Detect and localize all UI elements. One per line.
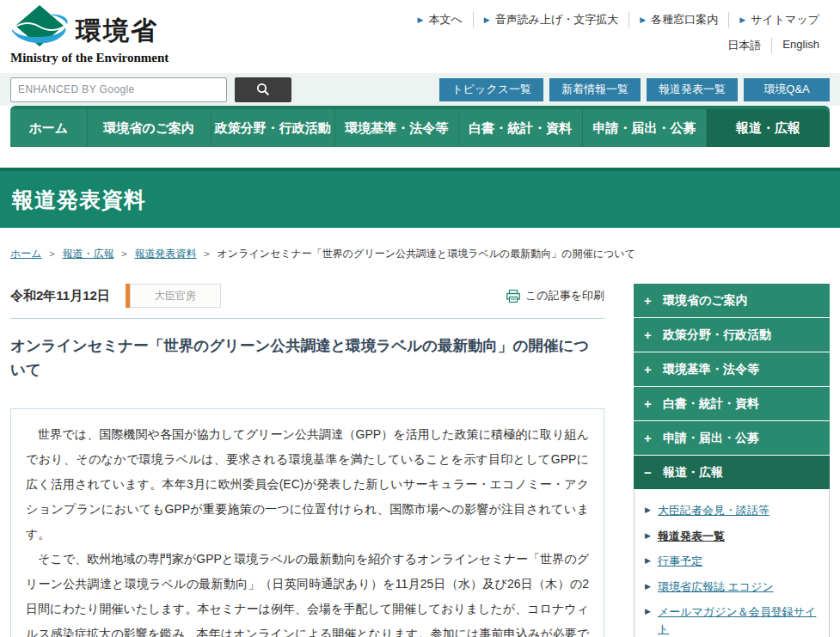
submenu-minister-press-conference[interactable]: ▶大臣記者会見・談話等 (645, 502, 820, 519)
lang-english[interactable]: English (771, 38, 830, 53)
submenu-link: 大臣記者会見・談話等 (658, 502, 769, 519)
sidebar-item-whitepaper-stats[interactable]: + 白書・統計・資料 (634, 387, 830, 420)
utility-link-label: サイトマップ (751, 12, 819, 28)
submenu-press-release-list[interactable]: ▶報道発表一覧 (645, 528, 820, 545)
submenu-link: 環境省広報誌 エコジン (658, 579, 774, 596)
sidebar-item-label: 環境省のご案内 (663, 293, 748, 309)
sidebar-submenu: ▶大臣記者会見・談話等 ▶報道発表一覧 ▶行事予定 ▶環境省広報誌 エコジン ▶… (634, 490, 830, 637)
submenu-event-schedule[interactable]: ▶行事予定 (645, 553, 820, 570)
breadcrumb-current: オンラインセミナー「世界のグリーン公共調達と環境ラベルの最新動向」の開催について (218, 248, 635, 260)
lang-japanese[interactable]: 日本語 (717, 38, 771, 53)
triangle-icon: ▶ (645, 502, 651, 519)
sidebar-item-about-ministry[interactable]: + 環境省のご案内 (634, 284, 830, 317)
sidebar-item-policy-activities[interactable]: + 政策分野・行政活動 (634, 318, 830, 352)
global-nav: ホーム 環境省のご案内 政策分野・行政活動 環境基準・法令等 白書・統計・資料 … (10, 106, 830, 147)
breadcrumb-home[interactable]: ホーム (10, 248, 42, 260)
submenu-pr-magazine-ecojin[interactable]: ▶環境省広報誌 エコジン (645, 579, 820, 596)
breadcrumb: ホーム＞報道・広報＞報道発表資料＞オンラインセミナー「世界のグリーン公共調達と環… (10, 247, 830, 261)
nav-press-pr[interactable]: 報道・広報 (706, 109, 830, 147)
sidebar-item-press-pr[interactable]: − 報道・広報 (634, 456, 830, 489)
link-sitemap[interactable]: ▶サイトマップ (728, 12, 830, 28)
plus-icon: + (644, 362, 663, 377)
plus-icon: + (644, 328, 663, 342)
article-column: 令和2年11月12日 大臣官房 この記事を印刷 オンラインセミナー「世界のグリー… (10, 284, 604, 637)
article-meta-row: 令和2年11月12日 大臣官房 この記事を印刷 (10, 284, 604, 308)
page-banner: 報道発表資料 (0, 168, 840, 228)
plus-icon: + (644, 293, 663, 308)
sidebar-item-label: 環境基準・法令等 (663, 362, 759, 377)
plus-icon: + (644, 396, 663, 411)
press-release-list-button[interactable]: 報道発表一覧 (647, 78, 738, 101)
sidebar-item-label: 白書・統計・資料 (663, 396, 759, 412)
logo-subtitle: Ministry of the Environment (10, 51, 182, 65)
department-tag: 大臣官房 (126, 284, 221, 308)
triangle-icon: ▶ (484, 15, 490, 24)
search-icon (256, 83, 270, 96)
sidebar-item-label: 申請・届出・公募 (663, 431, 759, 446)
new-info-list-button[interactable]: 新着情報一覧 (549, 78, 641, 101)
breadcrumb-separator: ＞ (202, 248, 212, 260)
search-input[interactable] (10, 77, 227, 102)
nav-home[interactable]: ホーム (10, 109, 87, 147)
env-qa-button[interactable]: 環境Q&A (744, 78, 830, 101)
triangle-icon: ▶ (645, 528, 651, 545)
breadcrumb-press-release[interactable]: 報道発表資料 (135, 248, 197, 260)
breadcrumb-separator: ＞ (120, 248, 130, 260)
utility-link-label: 音声読み上げ・文字拡大 (495, 12, 619, 28)
triangle-icon: ▶ (640, 15, 646, 24)
sidebar-item-label: 報道・広報 (663, 465, 723, 481)
triangle-icon: ▶ (645, 553, 651, 570)
site-header: 環境省 Ministry of the Environment ▶本文へ ▶音声… (0, 0, 840, 73)
breadcrumb-press-pr[interactable]: 報道・広報 (63, 248, 114, 260)
article-body-box: 世界では、国際機関や各国が協力してグリーン公共調達（GPP）を活用した政策に積極… (10, 408, 604, 637)
article-title: オンラインセミナー「世界のグリーン公共調達と環境ラベルの最新動向」の開催について (10, 334, 604, 383)
sidebar: + 環境省のご案内 + 政策分野・行政活動 + 環境基準・法令等 + 白書・統計… (634, 284, 830, 637)
nav-about-ministry[interactable]: 環境省のご案内 (87, 109, 211, 147)
nav-standards-laws[interactable]: 環境基準・法令等 (334, 109, 458, 147)
topics-list-button[interactable]: トピックス一覧 (439, 78, 543, 101)
link-contact-guide[interactable]: ▶各種窓口案内 (628, 12, 728, 28)
search-button[interactable] (235, 77, 291, 102)
meta-divider (10, 318, 604, 319)
plus-icon: + (644, 431, 663, 445)
submenu-link: 行事予定 (658, 553, 702, 570)
nav-whitepaper-stats[interactable]: 白書・統計・資料 (458, 109, 582, 147)
nav-policy-activities[interactable]: 政策分野・行政活動 (211, 109, 334, 147)
breadcrumb-separator: ＞ (47, 248, 58, 260)
utility-links: ▶本文へ ▶音声読み上げ・文字拡大 ▶各種窓口案内 ▶サイトマップ (408, 12, 830, 28)
article-paragraph: 世界では、国際機関や各国が協力してグリーン公共調達（GPP）を活用した政策に積極… (26, 422, 589, 547)
submenu-link: 報道発表一覧 (658, 528, 725, 545)
print-link-label: この記事を印刷 (525, 288, 604, 303)
article-paragraph: そこで、欧州地域の専門家がGPPと環境ラベルの最新動向を紹介するオンラインセミナ… (26, 547, 589, 637)
triangle-icon: ▶ (645, 579, 651, 596)
utility-link-label: 各種窓口案内 (651, 12, 718, 28)
ministry-logo[interactable]: 環境省 Ministry of the Environment (10, 3, 182, 65)
nav-application-recruitment[interactable]: 申請・届出・公募 (582, 109, 706, 147)
ministry-logo-icon (10, 5, 69, 50)
search-strip: トピックス一覧 新着情報一覧 報道発表一覧 環境Q&A (0, 73, 840, 106)
triangle-icon: ▶ (645, 603, 651, 637)
triangle-icon: ▶ (739, 15, 745, 24)
article-date: 令和2年11月12日 (10, 288, 110, 304)
page-title: 報道発表資料 (0, 186, 146, 214)
printer-icon (506, 290, 520, 303)
print-article-link[interactable]: この記事を印刷 (506, 288, 604, 303)
sidebar-item-standards-laws[interactable]: + 環境基準・法令等 (634, 352, 830, 386)
submenu-mail-magazine[interactable]: ▶メールマガジン＆会員登録サイト (645, 603, 820, 637)
minus-icon: − (644, 465, 663, 480)
content-area: 令和2年11月12日 大臣官房 この記事を印刷 オンラインセミナー「世界のグリー… (10, 284, 830, 637)
utility-link-label: 本文へ (428, 12, 462, 28)
sidebar-item-application-recruitment[interactable]: + 申請・届出・公募 (634, 421, 830, 455)
link-voice-textsize[interactable]: ▶音声読み上げ・文字拡大 (473, 12, 629, 28)
submenu-link: メールマガジン＆会員登録サイト (658, 603, 820, 637)
triangle-icon: ▶ (418, 15, 424, 24)
logo-title: 環境省 (76, 3, 182, 49)
quick-buttons: トピックス一覧 新着情報一覧 報道発表一覧 環境Q&A (439, 78, 830, 101)
language-switch: 日本語 English (717, 38, 830, 53)
link-to-main-text[interactable]: ▶本文へ (408, 12, 473, 28)
sidebar-item-label: 政策分野・行政活動 (663, 328, 771, 343)
department-tag-label: 大臣官房 (130, 284, 221, 308)
